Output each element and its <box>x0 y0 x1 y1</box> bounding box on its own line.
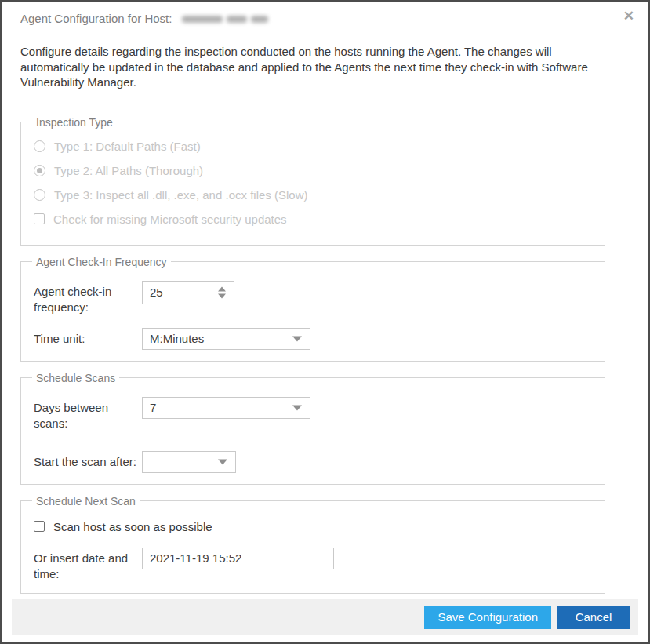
redacted-blob <box>227 16 247 23</box>
microsoft-updates-checkbox-row: Check for missing Microsoft security upd… <box>34 213 594 226</box>
spinner-arrows-icon[interactable] <box>218 286 226 298</box>
checkbox-icon-scan-asap[interactable] <box>34 521 45 532</box>
datetime-label: Or insert date and time: <box>34 548 142 582</box>
time-unit-label: Time unit: <box>34 328 142 347</box>
checkbox-label-scan-asap: Scan host as soon as possible <box>53 520 212 533</box>
checkbox-label-microsoft-updates: Check for missing Microsoft security upd… <box>53 213 287 226</box>
spinner-down-icon[interactable] <box>218 293 226 298</box>
scan-asap-row: Scan host as soon as possible <box>34 520 594 533</box>
radio-icon-type2-selected <box>34 165 45 176</box>
radio-label-type3: Type 3: Inspect all .dll, .exe, and .ocx… <box>54 188 307 202</box>
radio-icon-type1 <box>34 140 45 152</box>
checkbox-icon-microsoft-updates <box>34 213 45 224</box>
days-between-scans-dropdown[interactable]: 7 <box>142 397 310 419</box>
chevron-down-icon <box>218 459 227 464</box>
schedule-scans-legend: Schedule Scans <box>32 372 119 384</box>
cancel-button[interactable]: Cancel <box>557 606 630 629</box>
dialog-title-bar: Agent Configuration for Host: ✕ <box>2 2 648 26</box>
schedule-scans-fieldset: Schedule Scans Days between scans: 7 Sta… <box>20 372 605 485</box>
radio-icon-type3 <box>34 189 45 201</box>
radio-type1: Type 1: Default Paths (Fast) <box>34 140 594 153</box>
schedule-next-scan-fieldset: Schedule Next Scan Scan host as soon as … <box>20 495 605 594</box>
dialog-footer: Save Configuration Cancel <box>12 599 638 635</box>
start-scan-after-dropdown[interactable] <box>142 451 236 473</box>
checkin-frequency-fieldset: Agent Check-In Frequency Agent check-in … <box>20 256 605 362</box>
redacted-blob <box>251 16 268 23</box>
radio-label-type2: Type 2: All Paths (Thorough) <box>54 164 203 177</box>
checkin-frequency-spinner[interactable] <box>142 281 234 304</box>
start-scan-after-label: Start the scan after: <box>34 451 142 470</box>
dialog-description: Configure details regarding the inspecti… <box>20 44 608 90</box>
days-between-scans-value: 7 <box>143 401 156 414</box>
save-configuration-button[interactable]: Save Configuration <box>424 606 551 629</box>
checkin-frequency-label: Agent check-in frequency: <box>34 281 142 315</box>
dialog-title: Agent Configuration for Host: <box>20 12 172 25</box>
close-icon[interactable]: ✕ <box>623 9 634 24</box>
time-unit-dropdown[interactable]: M:Minutes <box>142 328 310 350</box>
inspection-type-legend: Inspection Type <box>32 116 117 129</box>
chevron-down-icon <box>292 405 302 410</box>
days-between-scans-label: Days between scans: <box>34 397 142 431</box>
time-unit-value: M:Minutes <box>143 332 204 345</box>
redacted-blob <box>182 16 223 23</box>
chevron-down-icon <box>292 336 302 341</box>
agent-configuration-dialog: Agent Configuration for Host: ✕ Configur… <box>0 0 650 644</box>
inspection-type-fieldset: Inspection Type Type 1: Default Paths (F… <box>20 116 605 246</box>
checkin-frequency-legend: Agent Check-In Frequency <box>32 256 171 268</box>
time-unit-row: Time unit: M:Minutes <box>34 328 594 350</box>
checkin-frequency-row: Agent check-in frequency: <box>34 281 594 315</box>
radio-type3: Type 3: Inspect all .dll, .exe, and .ocx… <box>34 188 594 202</box>
datetime-input[interactable] <box>142 548 334 569</box>
radio-label-type1: Type 1: Default Paths (Fast) <box>54 140 201 153</box>
spinner-up-icon[interactable] <box>218 286 226 291</box>
start-scan-after-row: Start the scan after: <box>34 451 594 473</box>
datetime-row: Or insert date and time: <box>34 548 594 582</box>
redacted-host-value <box>182 12 272 26</box>
radio-type2: Type 2: All Paths (Thorough) <box>34 164 594 177</box>
checkin-frequency-input[interactable] <box>143 282 205 304</box>
days-between-scans-row: Days between scans: 7 <box>34 397 594 431</box>
schedule-next-scan-legend: Schedule Next Scan <box>32 495 140 508</box>
